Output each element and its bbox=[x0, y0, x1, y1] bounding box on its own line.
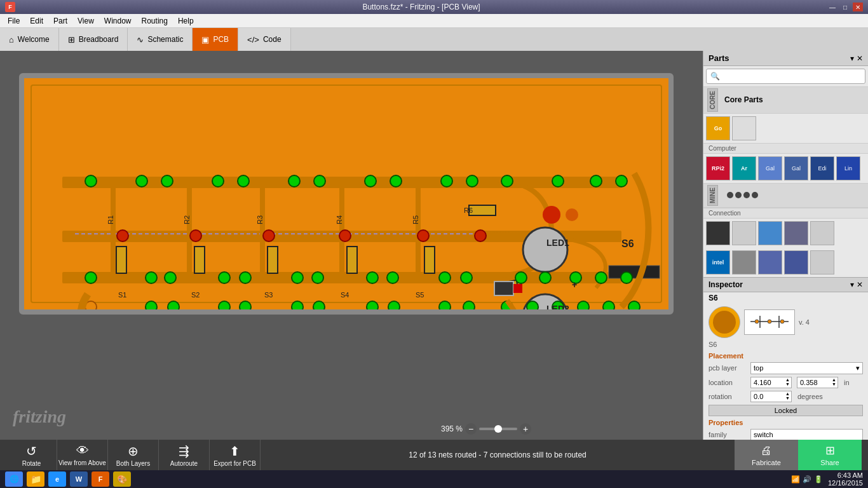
conn-part-3[interactable] bbox=[758, 221, 782, 245]
pcb-layer-row: pcb layer top ▾ bbox=[703, 361, 868, 376]
location-x-input[interactable]: 4.160 ▲ ▼ bbox=[750, 377, 792, 388]
schematic-svg bbox=[747, 311, 792, 333]
both-layers-button[interactable]: ⊕ Both Layers bbox=[108, 440, 159, 470]
fabricate-button[interactable]: 🖨 Fabricate bbox=[735, 440, 798, 470]
taskbar-fritzing[interactable]: F bbox=[92, 471, 109, 487]
svg-point-12 bbox=[566, 208, 578, 221]
tab-schematic-label: Schematic bbox=[147, 35, 183, 44]
system-tray-icons: 📶 🔊 🔋 bbox=[791, 475, 823, 484]
svg-point-53 bbox=[387, 272, 398, 283]
svg-point-64 bbox=[219, 301, 230, 309]
svg-point-117 bbox=[780, 320, 784, 323]
parts-search-input[interactable] bbox=[722, 72, 861, 80]
rotation-value: 0.0 bbox=[754, 393, 763, 400]
right-panel: Parts ▾ ✕ 🔍 CORE Core Parts Go bbox=[703, 51, 868, 440]
parts-close-icon[interactable]: ✕ bbox=[857, 54, 863, 63]
rotation-input[interactable]: 0.0 ▲ ▼ bbox=[750, 391, 792, 402]
locked-button[interactable]: Locked bbox=[709, 405, 863, 416]
close-button[interactable]: ✕ bbox=[853, 3, 863, 11]
svg-text:LED2: LED2 bbox=[546, 304, 569, 309]
zoom-handle[interactable] bbox=[494, 425, 502, 433]
zoom-plus-icon[interactable]: + bbox=[520, 423, 531, 435]
y-down-arrow[interactable]: ▼ bbox=[831, 382, 837, 386]
part-intel[interactable]: intel bbox=[706, 250, 730, 274]
menu-file[interactable]: File bbox=[3, 15, 25, 27]
breadboard-icon: ⊞ bbox=[68, 35, 75, 44]
taskbar-folder[interactable]: 📁 bbox=[27, 471, 44, 487]
conn-part-5[interactable] bbox=[810, 221, 834, 245]
location-y-value: 0.358 bbox=[800, 379, 818, 386]
menu-routing[interactable]: Routing bbox=[137, 15, 173, 27]
welcome-icon: ⌂ bbox=[9, 35, 14, 44]
core-label: CORE bbox=[707, 88, 718, 112]
part-galileo[interactable]: Gal bbox=[758, 156, 782, 180]
share-button[interactable]: ⊞ Share bbox=[798, 440, 862, 470]
computer-section-label: Computer bbox=[703, 143, 868, 154]
parts-expand-icon[interactable]: ▾ bbox=[850, 54, 854, 63]
menu-help[interactable]: Help bbox=[173, 15, 199, 27]
menu-edit[interactable]: Edit bbox=[25, 15, 48, 27]
part-edison[interactable]: Edi bbox=[810, 156, 834, 180]
pcb-board[interactable]: BU TTONS LED PWR bbox=[19, 73, 674, 315]
taskbar-paint[interactable]: 🎨 bbox=[113, 471, 131, 487]
part-arduino[interactable]: Ar bbox=[732, 156, 756, 180]
location-label: location bbox=[709, 379, 747, 386]
conn-part-4[interactable] bbox=[784, 221, 808, 245]
intel-part-2[interactable] bbox=[732, 250, 756, 274]
tab-schematic[interactable]: ∿ Schematic bbox=[128, 28, 193, 51]
x-down-arrow[interactable]: ▼ bbox=[784, 382, 791, 386]
maximize-button[interactable]: □ bbox=[840, 3, 850, 11]
menu-window[interactable]: Window bbox=[99, 15, 137, 27]
location-y-input[interactable]: 0.358 ▲ ▼ bbox=[797, 377, 838, 388]
rotation-up-arrow[interactable]: ▲ bbox=[784, 391, 791, 396]
inspector-close-icon[interactable]: ✕ bbox=[857, 280, 863, 289]
status-text: 12 of 13 nets routed - 7 connections sti… bbox=[261, 451, 735, 459]
part-galboard[interactable]: Gal bbox=[784, 156, 808, 180]
intel-part-5[interactable] bbox=[810, 250, 834, 274]
conn-part-2[interactable] bbox=[732, 221, 756, 245]
autoroute-button[interactable]: ⇶ Autoroute bbox=[159, 440, 210, 470]
mine-icons bbox=[724, 189, 761, 201]
tab-pcb[interactable]: ▣ PCB bbox=[193, 28, 238, 51]
core-part-2[interactable] bbox=[732, 116, 756, 140]
pcb-layer-select[interactable]: top ▾ bbox=[750, 362, 863, 374]
parts-search-bar[interactable]: 🔍 bbox=[706, 69, 865, 84]
titlebar: F Buttons.fzz* - Fritzing - [PCB View] —… bbox=[0, 0, 868, 14]
rotation-down-arrow[interactable]: ▼ bbox=[784, 396, 791, 400]
export-button[interactable]: ⬆ Export for PCB bbox=[210, 440, 261, 470]
tab-code[interactable]: </> Code bbox=[238, 28, 290, 51]
svg-rect-16 bbox=[347, 247, 357, 273]
rotate-button[interactable]: ↺ Rotate bbox=[6, 440, 57, 470]
svg-point-34 bbox=[466, 175, 478, 187]
taskbar-time: 6:43 AM bbox=[828, 471, 863, 479]
menu-view[interactable]: View bbox=[72, 15, 99, 27]
intel-part-4[interactable] bbox=[784, 250, 808, 274]
inspector-expand-icon[interactable]: ▾ bbox=[850, 280, 854, 289]
intel-part-3[interactable] bbox=[758, 250, 782, 274]
zoom-slider[interactable] bbox=[479, 428, 517, 430]
y-up-arrow[interactable]: ▲ bbox=[831, 377, 837, 382]
tab-pcb-label: PCB bbox=[213, 35, 229, 44]
tab-breadboard-label: Breadboard bbox=[79, 35, 119, 44]
menu-part[interactable]: Part bbox=[48, 15, 72, 27]
taskbar-chrome[interactable]: 🌐 bbox=[5, 471, 23, 487]
x-up-arrow[interactable]: ▲ bbox=[784, 377, 791, 382]
taskbar-word[interactable]: W bbox=[70, 471, 88, 487]
minimize-button[interactable]: — bbox=[827, 3, 837, 11]
view-from-above-button[interactable]: 👁 View from Above bbox=[57, 440, 108, 470]
zoom-minus-icon[interactable]: − bbox=[465, 423, 477, 435]
part-linino[interactable]: Lin bbox=[836, 156, 860, 180]
conn-part-1[interactable] bbox=[706, 221, 730, 245]
share-icon: ⊞ bbox=[825, 444, 835, 458]
tab-welcome[interactable]: ⌂ Welcome bbox=[0, 28, 59, 51]
core-part-go[interactable]: Go bbox=[706, 116, 730, 140]
svg-text:S1: S1 bbox=[118, 291, 126, 299]
tab-breadboard[interactable]: ⊞ Breadboard bbox=[59, 28, 128, 51]
fritzing-logo: fritzing bbox=[13, 407, 66, 427]
taskbar-ie[interactable]: e bbox=[48, 471, 66, 487]
mine-section-header: MINE bbox=[703, 183, 868, 208]
part-rpi[interactable]: RPi2 bbox=[706, 156, 730, 180]
rotate-label: Rotate bbox=[22, 460, 41, 467]
canvas-area[interactable]: BU TTONS LED PWR bbox=[0, 51, 703, 440]
svg-rect-13 bbox=[116, 247, 126, 273]
